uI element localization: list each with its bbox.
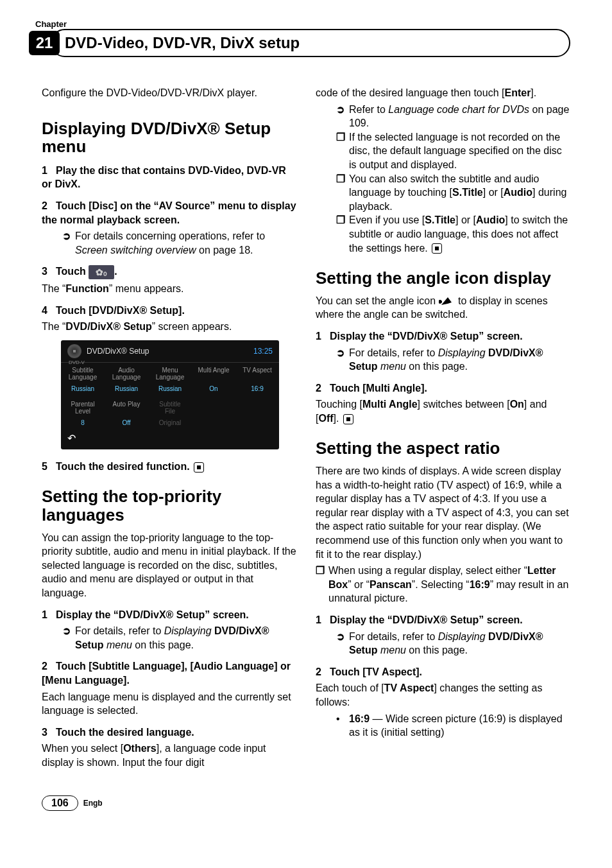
t: Panscan	[370, 579, 412, 590]
screenshot-col-value: Original	[148, 416, 192, 431]
screenshot-col-value: Russian	[61, 382, 105, 397]
chapter-number-badge: 21	[29, 31, 60, 55]
xref-text-b: on page 18.	[196, 245, 253, 256]
step-number: 1	[42, 608, 56, 622]
step-number: 3	[42, 725, 56, 740]
xref-body: For details, refer to Displaying DVD/Div…	[75, 624, 296, 652]
note-box-icon: ❐	[336, 172, 349, 186]
note-box-icon: ❐	[336, 130, 349, 144]
heading-aspect: Setting the aspect ratio	[316, 439, 570, 458]
angle-step-2-result: Touching [Multi Angle] switches between …	[316, 397, 570, 425]
t: ] or [	[483, 187, 504, 198]
step-number: 4	[42, 304, 56, 318]
step-number: 2	[42, 659, 56, 673]
t: menu	[377, 645, 405, 655]
t: S.Title	[425, 214, 455, 225]
t: menu	[377, 361, 405, 372]
screenshot-row2-values: 8OffOriginal	[61, 416, 279, 431]
t: ” or “	[348, 579, 370, 590]
t: The “	[42, 321, 65, 332]
t: Even if you use [	[349, 214, 425, 225]
t: You can set the angle icon	[316, 295, 439, 306]
t: On	[510, 399, 524, 410]
xref-text-a: For details concerning operations, refer…	[75, 230, 265, 241]
screenshot-row1-headers: SubtitleLanguageAudioLanguageMenuLanguag…	[61, 363, 279, 382]
xref-arrow-icon: ➲	[62, 229, 75, 243]
step-4-result: The “DVD/DivX® Setup” screen appears.	[42, 320, 296, 334]
chapter-title: DVD-Video, DVD-VR, DivX setup	[51, 29, 570, 57]
end-mark-icon	[343, 414, 353, 424]
right-column: code of the desired language then touch …	[316, 86, 570, 772]
content-columns: Configure the DVD-Video/DVD-VR/DivX play…	[42, 86, 570, 772]
heading-top-priority: Setting the top-priority languages	[42, 487, 296, 524]
step-2-xref: ➲ For details concerning operations, ref…	[62, 229, 296, 257]
step-1: 1Play the disc that contains DVD-Video, …	[42, 164, 296, 191]
screenshot-col-header	[192, 397, 235, 416]
aspect-step-1-text: Display the “DVD/DivX® Setup” screen.	[330, 614, 523, 625]
step-number: 5	[42, 460, 56, 474]
intro-text: Configure the DVD-Video/DVD-VR/DivX play…	[42, 86, 296, 100]
screenshot-col-value: Russian	[105, 382, 148, 397]
bullet-body: 16:9 — Wide screen picture (16:9) is dis…	[349, 712, 570, 740]
t: Displaying	[438, 631, 488, 642]
aspect-note-1: ❐ When using a regular display, select e…	[316, 564, 570, 605]
step-3-text: Touch	[56, 266, 89, 277]
screenshot-col-value: 8	[61, 416, 105, 431]
angle-step-1: 1Display the “DVD/DivX® Setup” screen.	[316, 329, 570, 343]
t: Refer to	[349, 104, 388, 115]
t: ”. Selecting “	[412, 579, 470, 590]
screenshot-col-header: AudioLanguage	[105, 363, 148, 382]
step-1-text: Play the disc that contains DVD-Video, D…	[42, 165, 286, 190]
heading-displaying-menu: Displaying DVD/DivX® Setup menu	[42, 119, 296, 156]
xref-body: For details concerning operations, refer…	[75, 229, 296, 257]
step-number: 3	[42, 265, 56, 279]
angle-step-2: 2Touch [Multi Angle].	[316, 381, 570, 395]
note-body: If the selected language is not recorded…	[349, 130, 570, 172]
screenshot-row1-values: RussianRussianRussianOn16:9	[61, 382, 279, 397]
cont-text: code of the desired language then touch …	[316, 86, 570, 100]
screenshot-time: 13:25	[253, 346, 273, 356]
aspect-step-1: 1Display the “DVD/DivX® Setup” screen.	[316, 613, 570, 627]
note-body: When using a regular display, select eit…	[328, 564, 570, 605]
end-mark-icon	[194, 462, 204, 473]
tp-step-2: 2Touch [Subtitle Language], [Audio Langu…	[42, 659, 296, 687]
tp-step-3-result: When you select [Others], a language cod…	[42, 742, 296, 769]
t: When you select [	[42, 743, 123, 754]
t: TV Aspect	[384, 682, 434, 693]
t: Language code chart for DVDs	[388, 104, 529, 115]
aspect-step-1-xref: ➲ For details, refer to Displaying DVD/D…	[336, 630, 570, 657]
screenshot-col-header: Auto Play	[105, 397, 148, 416]
xref-body: For details, refer to Displaying DVD/Div…	[349, 630, 570, 657]
t: Multi Angle	[362, 399, 418, 410]
screenshot-col-header: ParentalLevel	[61, 397, 105, 416]
t: Displaying	[438, 347, 488, 358]
t: Others	[123, 743, 157, 754]
t: When using a regular display, select eit…	[328, 565, 527, 576]
note-box-icon: ❐	[316, 564, 328, 578]
t: Enter	[504, 87, 531, 98]
step-3: 3Touch ✿₀.	[42, 265, 296, 279]
screenshot-title: DVD/DivX® Setup	[87, 346, 253, 356]
step-3-dot: .	[114, 266, 117, 277]
angle-step-2-text: Touch [Multi Angle].	[330, 383, 427, 394]
t: ” menu appears.	[109, 283, 184, 294]
page-number: 106	[42, 795, 78, 811]
t: Displaying	[164, 625, 214, 636]
screenshot-col-value	[235, 416, 279, 431]
screenshot-col-value: On	[192, 382, 235, 397]
angle-icon	[439, 296, 455, 306]
left-column: Configure the DVD-Video/DVD-VR/DivX play…	[42, 86, 296, 772]
aspect-bullet-1: • 16:9 — Wide screen picture (16:9) is d…	[336, 712, 570, 740]
screenshot-col-value: Russian	[148, 382, 192, 397]
step-2-text-b: “AV Source”	[154, 200, 216, 211]
aspect-step-2: 2Touch [TV Aspect].	[316, 665, 570, 679]
step-2: 2Touch [Disc] on the “AV Source” menu to…	[42, 199, 296, 227]
screenshot-source: DVD-V	[69, 360, 85, 367]
step-number: 1	[42, 164, 56, 178]
step-number: 1	[316, 329, 330, 343]
screenshot-col-value	[192, 416, 235, 431]
t: S.Title	[452, 187, 483, 198]
tp-step-2-text: Touch [Subtitle Language], [Audio Langua…	[42, 661, 291, 686]
xref-arrow-icon: ➲	[62, 624, 75, 638]
t: The “	[42, 283, 65, 294]
